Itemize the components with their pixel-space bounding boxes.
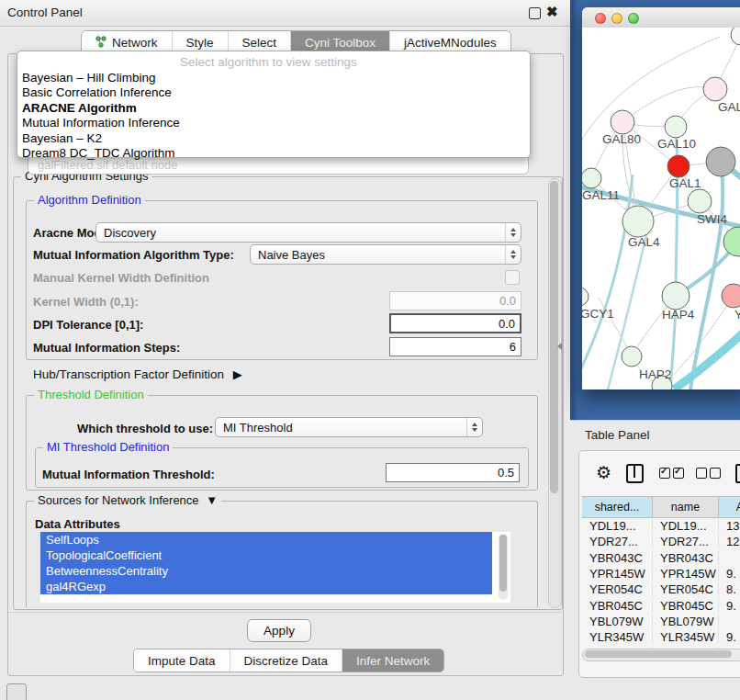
network-graph: GALGAL80GAL10GAL1GAL11SWI4GAL4GCY1HAP4YH… [582, 28, 740, 390]
mi-algorithm-type-combobox[interactable]: Naive Bayes [250, 244, 521, 265]
algorithm-dropdown-popup: Select algorithm to view settings Bayesi… [17, 51, 531, 158]
table-cell: YPR145W [653, 567, 719, 581]
network-node[interactable] [706, 147, 735, 176]
minimized-panel-button[interactable] [6, 683, 27, 700]
node-label: GAL10 [657, 137, 696, 151]
table-cell: YBR045C [582, 599, 653, 613]
network-node-gal80[interactable] [611, 110, 634, 134]
table-row[interactable]: YBR045CYBR045C9. [582, 597, 740, 613]
attributes-scrollbar[interactable] [499, 534, 508, 600]
node-label: SWI4 [697, 212, 727, 226]
column-header-A[interactable]: A [719, 496, 740, 518]
tab-label: Discretize Data [244, 654, 329, 668]
table-row[interactable]: YDR27...YDR27...12 [582, 534, 740, 549]
table-panel: ⚙ shared...nameA YDL19...YDL19...13YDR27… [578, 450, 740, 678]
data-attributes-list[interactable]: SelfLoopsTopologicalCoefficientBetweenne… [40, 532, 510, 603]
network-node-gal1[interactable] [688, 189, 712, 213]
which-threshold-label: Which threshold to use: [77, 422, 213, 435]
table-row[interactable]: YPR145WYPR145W9. [582, 566, 740, 581]
tab-label: Style [186, 36, 214, 50]
tab-label: jActiveMNodules [404, 36, 497, 50]
gear-icon[interactable]: ⚙ [596, 464, 611, 482]
tab-infer-network[interactable]: Infer Network [342, 649, 443, 672]
collapsed-arrow-icon: ▶ [233, 367, 242, 381]
table-panel-title: Table Panel [585, 428, 650, 442]
column-header-name[interactable]: name [653, 496, 719, 518]
algorithm-dropdown-items: Bayesian – Hill ClimbingBasic Correlatio… [17, 71, 530, 161]
deselect-all-checkboxes-icon[interactable] [696, 468, 721, 479]
network-node[interactable] [731, 28, 740, 45]
table-cell: YBR043C [582, 551, 653, 565]
network-node-hap2[interactable] [622, 346, 642, 367]
algorithm-option[interactable]: Mutual Information Inference [17, 116, 530, 130]
network-node-gal10[interactable] [665, 116, 687, 138]
network-node-gcy1[interactable] [582, 288, 589, 306]
table-cell: YBR045C [653, 599, 719, 613]
table-cell: 9. [719, 567, 740, 581]
network-node-gal[interactable] [703, 77, 727, 101]
close-window-icon[interactable] [595, 13, 606, 24]
combo-stepper-icon [505, 223, 521, 242]
aracne-mode-combobox[interactable]: Discovery [95, 222, 521, 243]
table-row[interactable]: YDL19...YDL19...13 [582, 518, 740, 534]
network-window[interactable]: GALGAL80GAL10GAL1GAL11SWI4GAL4GCY1HAP4YH… [582, 7, 740, 390]
hub-definition-toggle[interactable]: Hub/Transcription Factor Definition ▶ [33, 367, 242, 381]
table-cell: YDL19... [653, 519, 719, 533]
algorithm-option[interactable]: Basic Correlation Inference [17, 85, 530, 100]
algorithm-option[interactable]: Dream8 DC_TDC Algorithm [17, 146, 530, 161]
mi-threshold-field[interactable]: 0.5 [386, 463, 520, 482]
zoom-window-icon[interactable] [628, 13, 639, 24]
columns-icon[interactable] [626, 464, 644, 483]
select-all-checkboxes-icon[interactable] [659, 468, 684, 479]
dpi-tolerance-label: DPI Tolerance [0,1]: [33, 318, 143, 332]
close-panel-icon[interactable]: ✖ [546, 4, 558, 20]
table-cell: YDR27... [653, 535, 719, 548]
attribute-list-item[interactable]: TopologicalCoefficient [40, 548, 492, 563]
mi-threshold-label: Mutual Information Threshold: [42, 468, 215, 481]
network-node-hap4[interactable] [662, 282, 690, 310]
attribute-list-item[interactable]: gal4RGexp [40, 579, 492, 594]
algorithm-option[interactable]: ARACNE Algorithm [17, 101, 530, 116]
table-row[interactable]: YER054CYER054C8. [582, 581, 740, 597]
new-table-icon[interactable] [735, 464, 740, 483]
network-node[interactable] [667, 155, 690, 177]
table-row[interactable]: YBL079WYBL079W [582, 614, 740, 629]
splitter-collapse-icon[interactable] [557, 343, 562, 350]
apply-button[interactable]: Apply [247, 619, 311, 642]
table-cell: YLR345W [653, 630, 719, 644]
network-node-gal4[interactable] [622, 206, 654, 237]
attribute-list-item[interactable]: BetweennessCentrality [40, 563, 492, 579]
manual-kernel-width-checkbox[interactable] [505, 270, 520, 285]
table-toolbar: ⚙ [590, 462, 740, 484]
column-header-shared[interactable]: shared... [582, 496, 653, 518]
table-cell: YDR27... [582, 535, 653, 548]
network-node-gal11[interactable] [582, 168, 601, 188]
sources-title: Sources for Network Inference ▼ [34, 493, 221, 507]
settings-scrollbar[interactable] [548, 178, 562, 608]
which-threshold-combobox[interactable]: MI Threshold [215, 417, 483, 437]
table-horizontal-scrollbar[interactable] [582, 649, 740, 661]
network-node-y[interactable] [722, 284, 740, 308]
combo-stepper-icon [505, 245, 521, 264]
network-node-swi4[interactable] [723, 227, 740, 256]
table-row[interactable]: YBR043CYBR043C [582, 550, 740, 566]
table-cell: YBL079W [582, 615, 653, 628]
tab-discretize-data[interactable]: Discretize Data [230, 649, 343, 672]
attribute-list-item[interactable]: SelfLoops [40, 532, 492, 548]
cyni-mode-tabs: Impute DataDiscretize DataInfer Network [133, 649, 444, 672]
mi-steps-label: Mutual Information Steps: [33, 341, 180, 355]
dpi-tolerance-field[interactable]: 0.0 [389, 313, 521, 333]
kernel-width-label: Kernel Width (0,1): [33, 295, 139, 309]
table-row[interactable]: YLR345WYLR345W9. [582, 629, 740, 645]
minimize-window-icon[interactable] [611, 13, 622, 24]
tab-impute-data[interactable]: Impute Data [134, 649, 230, 672]
table-cell: 9. [719, 630, 740, 644]
algorithm-option[interactable]: Bayesian – Hill Climbing [17, 71, 530, 85]
mi-steps-field[interactable]: 6 [389, 337, 521, 356]
tab-label: Impute Data [148, 654, 216, 668]
algorithm-option[interactable]: Bayesian – K2 [17, 131, 530, 146]
table-cell: YDL19... [582, 519, 653, 533]
float-panel-icon[interactable] [529, 7, 541, 19]
attribute-table[interactable]: shared...nameA YDL19...YDL19...13YDR27..… [582, 496, 740, 650]
network-canvas[interactable]: GALGAL80GAL10GAL1GAL11SWI4GAL4GCY1HAP4YH… [582, 28, 740, 390]
